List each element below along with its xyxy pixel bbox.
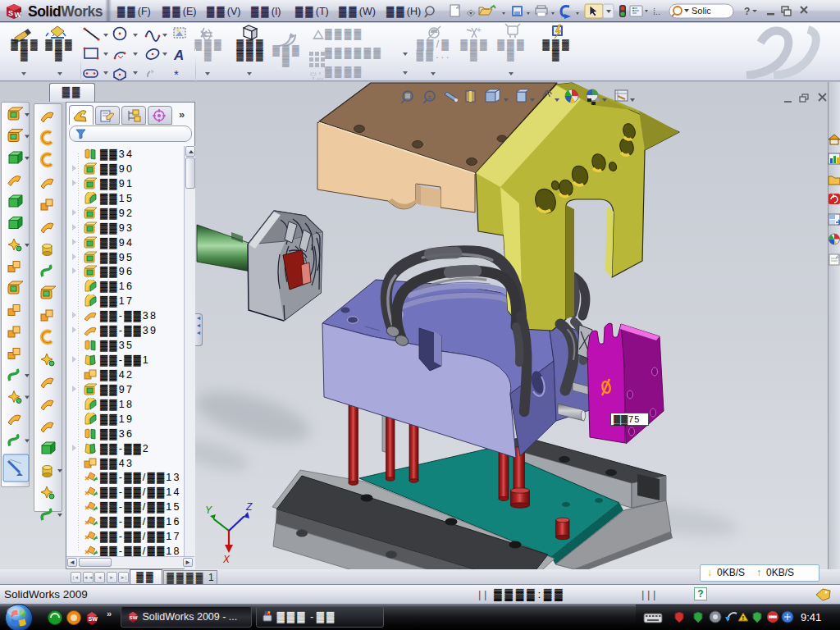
svg-text:⁞..: ⁞..	[653, 7, 660, 16]
svg-text:▓▓75: ▓▓75	[614, 414, 640, 426]
svg-text:SW: SW	[130, 614, 138, 620]
svg-text:SW: SW	[89, 616, 98, 622]
svg-text:W: W	[15, 11, 22, 19]
svg-text:A: A	[173, 48, 184, 63]
svg-text:S: S	[8, 9, 13, 17]
svg-text:?: ?	[744, 6, 750, 17]
svg-text:»: »	[107, 609, 112, 619]
svg-text:Y: Y	[205, 504, 212, 516]
svg-text:*: *	[174, 67, 179, 80]
svg-text:±: ±	[427, 93, 431, 101]
svg-text:X: X	[222, 554, 231, 565]
svg-text:!: !	[742, 614, 745, 622]
svg-text:+: +	[477, 25, 482, 34]
svg-text:Z: Z	[245, 501, 253, 513]
svg-text:Solic: Solic	[692, 6, 711, 16]
